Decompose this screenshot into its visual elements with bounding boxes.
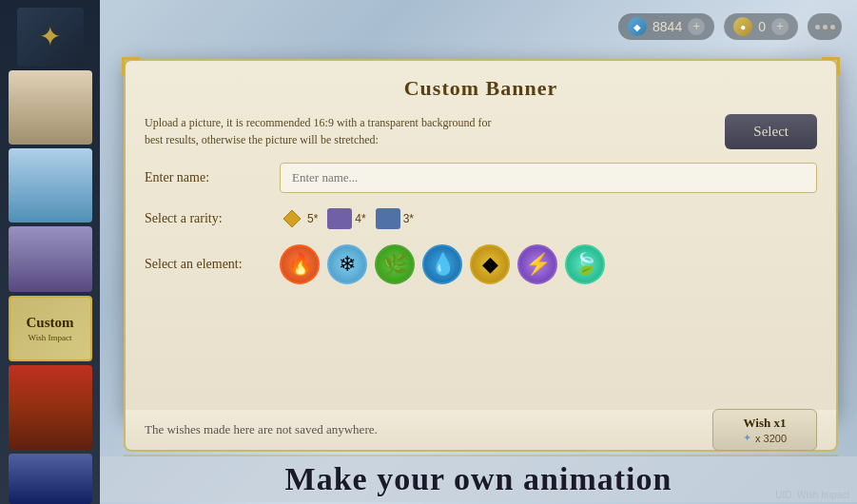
select-button[interactable]: Select	[725, 114, 817, 149]
sidebar-item-char1[interactable]	[9, 70, 92, 145]
sidebar-item-char5[interactable]	[9, 454, 92, 504]
wish-cost-row: ✦ x 3200	[743, 432, 787, 444]
primogem-icon: ◆	[628, 17, 647, 36]
primogem-value: 8844	[652, 19, 682, 34]
element-dendro[interactable]: 🌿	[375, 244, 415, 284]
rarity-4star[interactable]: 4*	[327, 208, 365, 229]
primogem-add-button[interactable]: +	[688, 18, 705, 35]
rarity-gem-5star	[280, 206, 304, 231]
rarity-row: Select a rarity: 5* 4* 3*	[145, 206, 817, 231]
element-hydro[interactable]: 💧	[422, 244, 462, 284]
more-dot-2	[823, 25, 828, 29]
rarity-3star[interactable]: 3*	[376, 208, 414, 229]
element-cryo[interactable]: ❄	[327, 244, 367, 284]
star-icon: ✦	[39, 21, 61, 52]
more-dot-1	[815, 25, 820, 29]
sidebar: ✦ Custom Wish Impact	[0, 0, 100, 504]
element-geo[interactable]: ◆	[470, 244, 510, 284]
more-dot-3	[830, 25, 835, 29]
name-label: Enter name:	[145, 170, 268, 185]
big-title-area: Make your own animation	[100, 456, 857, 502]
big-title: Make your own animation	[285, 461, 672, 497]
rarity-options: 5* 4* 3*	[280, 206, 414, 231]
wish-cost-value: x 3200	[755, 433, 787, 444]
fate-add-button[interactable]: +	[771, 18, 789, 35]
currency-box-primogems: ◆ 8844 +	[618, 13, 714, 40]
sidebar-top-icon[interactable]: ✦	[17, 8, 84, 67]
upload-row: Upload a picture, it is recommended 16:9…	[145, 114, 817, 149]
rarity-5star-label: 5*	[307, 212, 318, 225]
sidebar-item-char2[interactable]	[9, 148, 92, 223]
wish-button[interactable]: Wish x1 ✦ x 3200	[712, 409, 817, 451]
name-input[interactable]	[280, 163, 817, 193]
name-row: Enter name:	[145, 163, 817, 193]
element-anemo[interactable]: 🍃	[565, 244, 605, 284]
topbar: ◆ 8844 + ● 0 +	[100, 0, 857, 53]
bottom-notice: The wishes made here are not saved anywh…	[145, 422, 378, 437]
wish-gem-icon: ✦	[743, 432, 751, 444]
dialog-footer: The wishes made here are not saved anywh…	[124, 410, 838, 452]
more-options-button[interactable]	[808, 13, 842, 40]
currency-box-fate: ● 0 +	[724, 13, 798, 40]
rarity-3star-label: 3*	[403, 212, 414, 225]
fate-value: 0	[758, 19, 766, 34]
sidebar-item-char3[interactable]	[9, 226, 92, 292]
sidebar-item-char4[interactable]	[9, 365, 92, 450]
custom-banner-dialog: Custom Banner Upload a picture, it is re…	[124, 59, 838, 418]
dialog-title: Custom Banner	[145, 76, 817, 101]
sidebar-custom-label: Custom	[26, 315, 73, 331]
upload-description: Upload a picture, it is recommended 16:9…	[145, 114, 506, 148]
rarity-4star-label: 4*	[355, 212, 365, 225]
rarity-5star[interactable]: 5*	[280, 206, 318, 231]
sidebar-item-custom[interactable]: Custom Wish Impact	[9, 296, 92, 362]
element-pyro[interactable]: 🔥	[280, 244, 320, 284]
wish-label: Wish x1	[744, 416, 787, 431]
element-electro[interactable]: ⚡	[517, 244, 557, 284]
sidebar-custom-sublabel: Wish Impact	[29, 333, 72, 342]
primogem-symbol: ◆	[633, 22, 641, 32]
rarity-label: Select a rarity:	[145, 211, 268, 226]
element-label: Select an element:	[145, 257, 268, 272]
rarity-gem-4star	[327, 208, 352, 229]
element-row: Select an element: 🔥 ❄ 🌿 💧 ◆ ⚡ 🍃	[145, 244, 817, 284]
rarity-gem-3star	[376, 208, 400, 229]
element-options: 🔥 ❄ 🌿 💧 ◆ ⚡ 🍃	[280, 244, 605, 284]
svg-marker-0	[283, 210, 301, 227]
fate-symbol: ●	[740, 22, 746, 32]
fate-icon: ●	[733, 17, 752, 36]
